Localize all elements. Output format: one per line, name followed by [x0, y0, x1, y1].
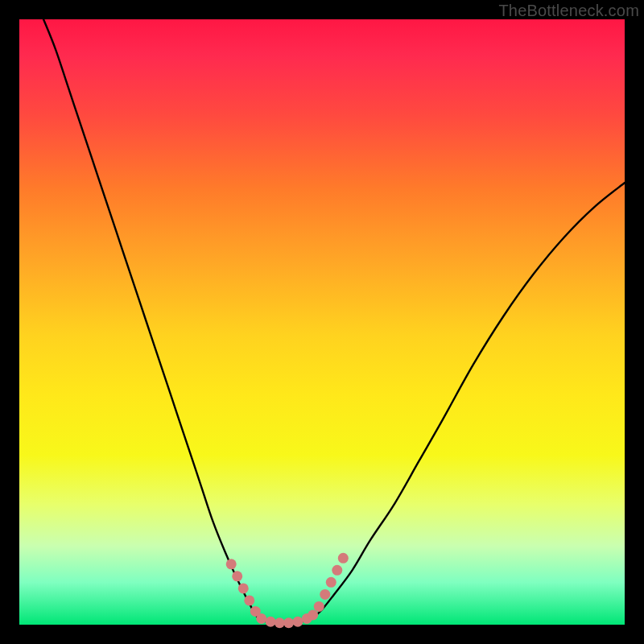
valley-marker [244, 595, 254, 605]
valley-marker [226, 559, 237, 569]
valley-marker [238, 583, 249, 593]
marker-group [226, 553, 349, 628]
series-group [43, 19, 625, 623]
valley-marker [320, 589, 330, 600]
valley-marker [292, 617, 303, 627]
valley-marker [232, 571, 242, 581]
plot-area-outer [19, 19, 625, 625]
valley-marker [266, 617, 276, 627]
valley-marker [308, 609, 318, 620]
valley-marker [314, 601, 324, 612]
curve-layer [19, 19, 625, 625]
valley-marker [256, 613, 266, 624]
valley-marker [338, 553, 349, 564]
watermark-text: TheBottleneck.com [498, 2, 639, 20]
valley-marker [326, 577, 336, 588]
valley-marker [275, 617, 285, 628]
chart-frame: TheBottleneck.com [0, 0, 644, 644]
bottleneck-curve [43, 19, 625, 623]
valley-marker [332, 565, 342, 576]
valley-marker [283, 617, 294, 628]
